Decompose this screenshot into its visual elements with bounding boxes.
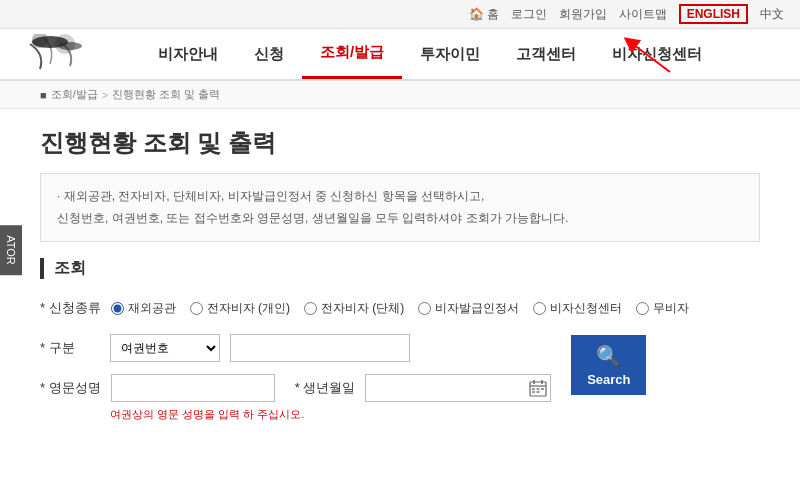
logo: [20, 30, 120, 78]
svg-rect-9: [537, 388, 540, 390]
error-text: 여권상의 영문 성명을 입력 하 주십시오.: [110, 407, 760, 422]
nav-item-invest[interactable]: 투자이민: [402, 29, 498, 79]
english-lang-button[interactable]: ENGLISH: [679, 4, 748, 24]
home-link[interactable]: 🏠 홈: [469, 6, 499, 23]
logo-svg: [20, 34, 100, 74]
info-box: · 재외공관, 전자비자, 단체비자, 비자발급인정서 중 신청하신 항목을 선…: [40, 173, 760, 242]
main-nav: 비자안내 신청 조회/발급 투자이민 고객센터 비자신청센터: [0, 29, 800, 81]
home-label: 홈: [487, 6, 499, 23]
radio-no-visa-label: 무비자: [653, 300, 689, 317]
radio-visa-cert[interactable]: 비자발급인정서: [418, 300, 519, 317]
page-title: 진행현황 조회 및 출력: [40, 127, 760, 159]
radio-evisa-group-label: 전자비자 (단체): [321, 300, 404, 317]
breadcrumb-item2: 진행현황 조회 및 출력: [112, 87, 220, 102]
info-line1: · 재외공관, 전자비자, 단체비자, 비자발급인정서 중 신청하신 항목을 선…: [57, 186, 743, 208]
radio-group-type: 재외공관 전자비자 (개인) 전자비자 (단체) 비자발급인정서 비자신청센터: [111, 300, 690, 317]
calendar-icon[interactable]: [529, 379, 547, 397]
radio-evisa-group[interactable]: 전자비자 (단체): [304, 300, 404, 317]
radio-evisa-label: 전자비자 (개인): [207, 300, 290, 317]
page-content: 진행현황 조회 및 출력 · 재외공관, 전자비자, 단체비자, 비자발급인정서…: [0, 109, 800, 432]
section-header: 조회: [40, 258, 760, 279]
nav-item-apply[interactable]: 신청: [236, 29, 302, 79]
nav-item-customer[interactable]: 고객센터: [498, 29, 594, 79]
breadcrumb: ■ 조회/발급 > 진행현황 조회 및 출력: [0, 81, 800, 109]
login-link[interactable]: 로그인: [511, 6, 547, 23]
radio-evisa-individual[interactable]: 전자비자 (개인): [190, 300, 290, 317]
name-input[interactable]: [111, 374, 275, 402]
svg-rect-8: [532, 388, 535, 390]
svg-point-3: [55, 34, 75, 54]
svg-rect-10: [541, 388, 544, 390]
radio-visa-center-label: 비자신청센터: [550, 300, 622, 317]
dob-label: * 생년월일: [295, 379, 356, 397]
chinese-lang-button[interactable]: 中文: [760, 6, 784, 23]
type-label: * 신청종류: [40, 299, 101, 317]
category-label: * 구분: [40, 339, 100, 357]
form-row-name-dob: * 영문성명 * 생년월일: [40, 373, 551, 403]
login-label: 로그인: [511, 6, 547, 23]
category-select[interactable]: 여권번호 신청번호 접수번호: [110, 334, 220, 362]
svg-rect-11: [532, 391, 535, 393]
search-button[interactable]: 🔍 Search: [571, 335, 646, 395]
dob-input-wrap: [365, 374, 551, 402]
name-label: * 영문성명: [40, 379, 101, 397]
search-icon: 🔍: [596, 344, 621, 368]
top-bar: 🏠 홈 로그인 회원가입 사이트맵 ENGLISH 中文: [0, 0, 800, 29]
category-input[interactable]: [230, 334, 410, 362]
sitemap-label: 사이트맵: [619, 6, 667, 23]
nav-item-visa-center[interactable]: 비자신청센터: [594, 29, 720, 79]
breadcrumb-sep: >: [102, 89, 108, 101]
radio-overseas[interactable]: 재외공관: [111, 300, 176, 317]
sitemap-link[interactable]: 사이트맵: [619, 6, 667, 23]
breadcrumb-item1[interactable]: 조회/발급: [51, 87, 98, 102]
form-area: * 신청종류 재외공관 전자비자 (개인) 전자비자 (단체) 비자발급인정서: [40, 293, 760, 422]
nav-items: 비자안내 신청 조회/발급 투자이민 고객센터 비자신청센터: [140, 29, 780, 79]
radio-visa-center[interactable]: 비자신청센터: [533, 300, 622, 317]
join-link[interactable]: 회원가입: [559, 6, 607, 23]
form-row-category: * 구분 여권번호 신청번호 접수번호: [40, 333, 551, 363]
svg-rect-12: [537, 391, 540, 393]
radio-no-visa[interactable]: 무비자: [636, 300, 689, 317]
side-tab-label: ATOR: [5, 235, 17, 265]
nav-item-inquiry[interactable]: 조회/발급: [302, 29, 402, 79]
nav-item-visa-guide[interactable]: 비자안내: [140, 29, 236, 79]
dob-input[interactable]: [365, 374, 551, 402]
breadcrumb-home-icon: ■: [40, 89, 47, 101]
join-label: 회원가입: [559, 6, 607, 23]
side-tab[interactable]: ATOR: [0, 225, 22, 275]
form-row-type: * 신청종류 재외공관 전자비자 (개인) 전자비자 (단체) 비자발급인정서: [40, 293, 760, 323]
home-icon: 🏠: [469, 7, 484, 21]
info-line2: 신청번호, 여권번호, 또는 접수번호와 영문성명, 생년월일을 모두 입력하셔…: [57, 208, 743, 230]
radio-overseas-label: 재외공관: [128, 300, 176, 317]
radio-visa-cert-label: 비자발급인정서: [435, 300, 519, 317]
search-label: Search: [587, 372, 630, 387]
